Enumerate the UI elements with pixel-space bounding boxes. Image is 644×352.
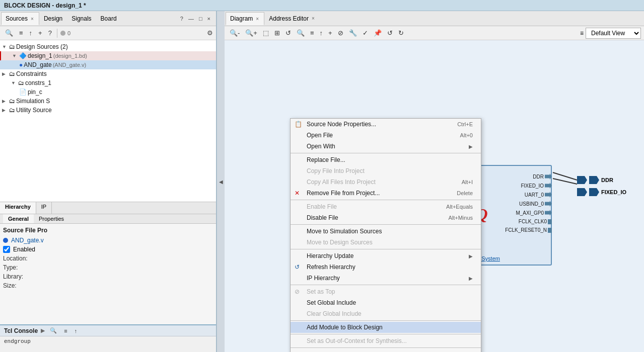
refresh-button[interactable]: ↺ — [283, 28, 293, 38]
validate-button[interactable]: ✓ — [361, 28, 370, 38]
close-left-panel-icon[interactable]: × — [206, 15, 212, 23]
distribute-button[interactable]: ↑ — [318, 28, 325, 38]
design-sources-label: Design Sources (2) — [16, 43, 68, 50]
menu-disable-file[interactable]: Disable File Alt+Minus — [291, 212, 481, 223]
port-ddr: DDR — [505, 173, 552, 180]
constraints-label: Constraints — [16, 70, 47, 77]
menu-set-global-include[interactable]: Set Global Include — [291, 297, 481, 308]
tab-address-editor-close[interactable]: × — [311, 15, 316, 22]
redo-button[interactable]: ↻ — [396, 28, 406, 38]
zoom-in-button[interactable]: 🔍+ — [243, 28, 259, 38]
tree-design-sources[interactable]: ▼ 🗂 Design Sources (2) — [0, 42, 216, 51]
menu-move-to-sim[interactable]: Move to Simulation Sources — [291, 226, 481, 237]
run-button[interactable]: ⊘ — [336, 28, 345, 38]
fit-button[interactable]: ⬚ — [261, 28, 271, 38]
tools-button[interactable]: 🔧 — [347, 28, 359, 38]
tree-arrow-design-sources: ▼ — [2, 44, 8, 49]
properties-icon: 📋 — [295, 121, 302, 128]
menu-source-node-properties-label: Source Node Properties... — [307, 121, 376, 128]
tab-diagram-close[interactable]: × — [255, 16, 260, 22]
diagram-canvas[interactable]: processing_system7_0 DDR FIXED_IO UART_0 — [225, 40, 644, 352]
tab-general[interactable]: General — [3, 214, 34, 223]
zoom-out-button[interactable]: 🔍- — [228, 28, 242, 38]
add-ip-button[interactable]: + — [326, 28, 334, 38]
right-port-group: DDR FIXED_IO UART_0 USBIND_0 — [505, 173, 552, 233]
menu-open-file[interactable]: Open File Alt+0 — [291, 130, 481, 141]
menu-ip-hierarchy[interactable]: IP Hierarchy ▶ — [291, 273, 481, 284]
sep-3 — [291, 224, 481, 225]
tab-board[interactable]: Board — [96, 12, 121, 25]
expand-all-button[interactable]: ↑ — [27, 28, 35, 38]
settings-gear-icon[interactable]: ⚙ — [207, 29, 213, 37]
prop-filename-row: AND_gate.v — [3, 237, 213, 244]
tcl-content: endgroup — [4, 338, 31, 344]
tree-utilitysources[interactable]: ▶ 🗂 Utility Source — [0, 106, 216, 115]
port-fclkreset0n-pin — [548, 228, 552, 233]
maximize-icon[interactable]: □ — [197, 15, 204, 23]
location-label: Location: — [3, 255, 38, 262]
menu-open-with[interactable]: Open With ▶ — [291, 141, 481, 152]
status-dot — [60, 31, 65, 36]
menu-enable-file-label: Enable File — [307, 203, 337, 210]
menu-set-out-of-context-label: Set as Out-of-Context for Synthesis... — [307, 337, 407, 344]
menu-add-module[interactable]: Add Module to Block Design — [291, 322, 481, 333]
tree-design1[interactable]: ▼ 🔷 design_1 (design_1.bd) — [0, 51, 216, 60]
design-sources-folder-icon: 🗂 — [9, 43, 15, 50]
view-dropdown[interactable]: Default View — [586, 28, 641, 39]
menu-remove-file[interactable]: ✕ Remove File from Project... Delete — [291, 188, 481, 199]
menu-hierarchy-update[interactable]: Hierarchy Update ▶ — [291, 250, 481, 261]
pinc-icon: 📄 — [19, 89, 27, 96]
help-icon[interactable]: ? — [179, 15, 185, 23]
menu-source-node-properties[interactable]: 📋 Source Node Properties... Ctrl+E — [291, 119, 481, 130]
tab-design[interactable]: Design — [39, 12, 67, 25]
fixedio-connector-shape — [577, 188, 587, 196]
sep-7 — [291, 334, 481, 334]
tree-simsources[interactable]: ▶ 🗂 Simulation S — [0, 97, 216, 106]
tcl-collapse-button[interactable]: ≡ — [62, 327, 69, 335]
source-tree[interactable]: ▼ 🗂 Design Sources (2) ▼ 🔷 design_1 (des… — [0, 40, 216, 202]
pin-button[interactable]: 📌 — [372, 28, 384, 38]
menu-copy-all-files-label: Copy All Files Into Project — [307, 179, 376, 186]
enabled-label: Enabled — [13, 246, 35, 253]
tree-pinc[interactable]: 📄 pin_c — [0, 87, 216, 97]
tcl-arrow-icon[interactable]: ▶ — [41, 327, 45, 334]
panel-collapse-handle[interactable]: ◀ — [217, 11, 225, 352]
enabled-checkbox[interactable] — [3, 246, 10, 253]
tcl-up-button[interactable]: ↑ — [73, 327, 80, 335]
add-button[interactable]: + — [36, 28, 44, 38]
tab-diagram[interactable]: Diagram × — [226, 12, 264, 25]
menu-copy-file-label: Copy File Into Project — [307, 167, 365, 174]
tab-sources-label: Sources — [6, 15, 28, 22]
info-button[interactable]: ? — [46, 28, 54, 38]
tab-sources[interactable]: Sources × — [1, 12, 39, 25]
sep-2 — [291, 200, 481, 200]
left-panel: Sources × Design Signals Board ? — □ × 🔍… — [0, 11, 217, 352]
tab-address-editor[interactable]: Address Editor × — [264, 12, 320, 25]
tcl-console: Tcl Console ▶ 🔍 ≡ ↑ endgroup — [0, 324, 216, 352]
search-button[interactable]: 🔍 — [3, 28, 15, 38]
menu-replace-file[interactable]: Replace File... — [291, 154, 481, 165]
tree-constraints[interactable]: ▶ 🗂 Constraints — [0, 69, 216, 78]
tcl-body: endgroup — [0, 336, 216, 346]
find-button[interactable]: 🔍 — [295, 28, 307, 38]
zoom-area-button[interactable]: ⊞ — [272, 28, 282, 38]
tab-ip[interactable]: IP — [36, 202, 52, 214]
tab-signals[interactable]: Signals — [67, 12, 96, 25]
ddr-connector-shape2 — [589, 176, 599, 184]
tab-sources-close[interactable]: × — [30, 16, 35, 22]
collapse-all-button[interactable]: ≡ — [17, 28, 25, 38]
menu-set-library[interactable]: Set Library... Alt+L — [291, 349, 481, 352]
align-button[interactable]: ≡ — [308, 28, 316, 38]
undo-button[interactable]: ↺ — [385, 28, 395, 38]
minimize-icon[interactable]: — — [187, 15, 195, 23]
tree-constrs1[interactable]: ▼ 🗂 constrs_1 — [0, 78, 216, 87]
tcl-search-button[interactable]: 🔍 — [48, 326, 59, 335]
menu-open-file-label: Open File — [307, 132, 333, 139]
tab-hierarchy[interactable]: Hierarchy — [0, 202, 36, 214]
section-tabs: Hierarchy IP — [0, 202, 216, 214]
ext-connector-fixedio: FIXED_IO — [577, 188, 626, 196]
menu-refresh-hierarchy[interactable]: ↺ Refresh Hierarchy — [291, 261, 481, 273]
tree-andgate[interactable]: ● AND_gate (AND_gate.v) — [0, 60, 216, 69]
tab-properties[interactable]: Properties — [34, 214, 69, 223]
menu-clear-global-include: Clear Global Include — [291, 308, 481, 319]
